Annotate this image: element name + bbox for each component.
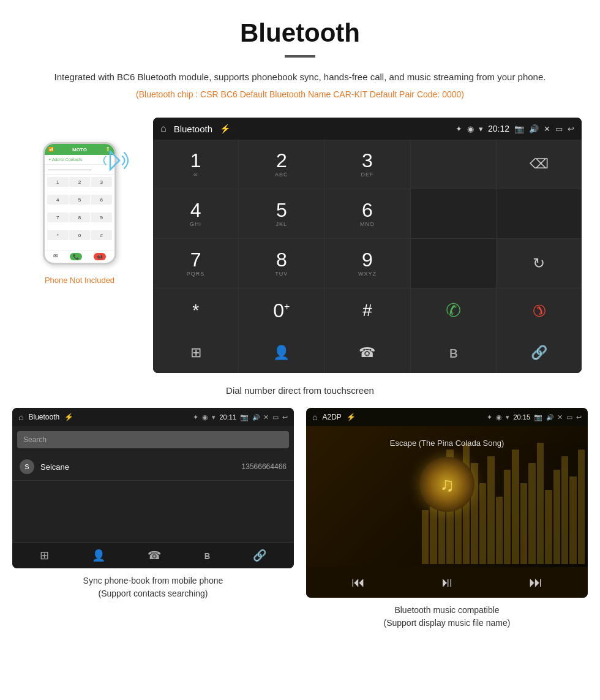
phone-key-5[interactable]: 5 [69,195,91,205]
music-usb-icon: ⚡ [347,413,356,421]
title-divider [285,55,315,58]
pb-status-title: Bluetooth [28,413,59,421]
pb-usb-icon: ⚡ [64,413,73,421]
pb-search-placeholder: Search [23,435,47,444]
music-wifi-icon: ▾ [506,413,509,421]
dial-key-5[interactable]: 5 JKL [239,189,324,238]
dial-key-0[interactable]: 0+ [239,288,324,332]
pb-bottom-person-icon[interactable]: 👤 [92,549,105,562]
dial-bottom-phone[interactable]: ☎ [324,332,410,373]
phone-key-2[interactable]: 2 [69,177,91,187]
phonebook-screen: ⌂ Bluetooth ⚡ ✦ ◉ ▾ 20:11 📷 🔊 ✕ ▭ ↩ Sea [12,408,294,568]
page-header: Bluetooth Integrated with BC6 Bluetooth … [0,0,600,118]
dial-key-9[interactable]: 9 WXYZ [324,239,410,288]
phone-section: 📶 MOTO 🔋 + Add to Contacts —————————— 1 … [12,118,147,285]
dial-status-bar: ⌂ Bluetooth ⚡ ✦ ◉ ▾ 20:12 📷 🔊 ✕ ▭ ↩ [153,118,582,140]
location-status-icon: ◉ [467,124,474,134]
phone-key-0[interactable]: 0 [69,230,91,240]
dial-bottom-bluetooth[interactable]: ʙ [411,332,496,373]
dial-bottom-dialpad[interactable]: ⊞ [153,332,238,373]
pb-cam-icon: 📷 [240,413,249,421]
dial-display-area [411,140,496,189]
music-album-art: ♫ [419,457,474,512]
dial-key-4[interactable]: 4 GHI [153,189,238,238]
music-status-title: A2DP [322,413,341,421]
phonebook-caption: Sync phone-book from mobile phone (Suppo… [83,574,223,600]
dial-backspace-cell[interactable]: ⌫ [497,140,582,189]
phone-key-7[interactable]: 7 [47,213,69,222]
phone-key-4[interactable]: 4 [47,195,69,205]
dial-key-6[interactable]: 6 MNO [324,189,410,238]
dial-call-red-cell[interactable]: ✆ [497,288,582,332]
pb-loc-icon: ◉ [202,413,208,421]
dial-call-green-cell[interactable]: ✆ [411,288,496,332]
pb-status-bar: ⌂ Bluetooth ⚡ ✦ ◉ ▾ 20:11 📷 🔊 ✕ ▭ ↩ [12,408,294,426]
camera-status-icon: 📷 [514,124,524,134]
pb-x-icon: ✕ [263,413,269,421]
home-icon: ⌂ [160,123,167,134]
dial-bottom-link[interactable]: 🔗 [497,332,582,373]
dial-empty-r3c4 [411,239,496,288]
music-caption: Bluetooth music compatible (Support disp… [384,604,511,630]
dialpad-bottom-row: ⊞ 👤 ☎ ʙ 🔗 [153,332,582,373]
phonebook-block: ⌂ Bluetooth ⚡ ✦ ◉ ▾ 20:11 📷 🔊 ✕ ▭ ↩ Sea [12,408,294,630]
main-content: 📶 MOTO 🔋 + Add to Contacts —————————— 1 … [0,118,600,373]
phone-call-button[interactable]: 📞 [70,253,82,260]
music-controls: ⏮ ⏯ ⏭ [306,567,588,598]
pb-back-icon: ↩ [282,413,288,421]
phone-key-6[interactable]: 6 [91,195,112,205]
music-screen-icon: ▭ [566,413,572,421]
pb-contact-row: S Seicane 13566664466 [12,453,294,481]
usb-icon: ⚡ [220,124,230,134]
phone-key-8[interactable]: 8 [69,213,91,222]
dial-key-7[interactable]: 7 PQRS [153,239,238,288]
phone-key-hash[interactable]: # [91,230,112,240]
dial-key-3[interactable]: 3 DEF [324,140,410,189]
phone-key-9[interactable]: 9 [91,213,112,222]
pb-bottom-phone-icon[interactable]: ☎ [148,549,161,562]
phone-bottom: ✉ 📞 📵 [45,250,114,263]
pb-bottom-bar: ⊞ 👤 ☎ ʙ 🔗 [12,542,294,568]
dial-section: ⌂ Bluetooth ⚡ ✦ ◉ ▾ 20:12 📷 🔊 ✕ ▭ ↩ [147,118,588,373]
music-body: Escape (The Pina Colada Song) ♫ [306,426,588,567]
phone-illustration: 📶 MOTO 🔋 + Add to Contacts —————————— 1 … [40,136,119,271]
dial-key-1[interactable]: 1 ∞ [153,140,238,189]
dial-status-title: Bluetooth [174,124,212,134]
pb-time: 20:11 [219,413,236,421]
pb-bt-icon: ✦ [193,413,198,421]
music-next-icon[interactable]: ⏭ [529,574,542,590]
bluetooth-signal-icon [101,145,129,181]
pb-contact-name: Seicane [40,462,242,472]
dial-bottom-contacts[interactable]: 👤 [239,332,324,373]
dial-key-hash[interactable]: # [324,288,410,332]
music-status-bar: ⌂ A2DP ⚡ ✦ ◉ ▾ 20:15 📷 🔊 ✕ ▭ ↩ [306,408,588,426]
music-song-title: Escape (The Pina Colada Song) [390,438,504,448]
phone-key-star[interactable]: * [47,230,69,240]
phone-end-button[interactable]: 📵 [94,253,106,260]
phone-dialpad: 1 2 3 4 5 6 7 8 9 * 0 # [45,175,114,250]
music-loc-icon: ◉ [496,413,502,421]
phone-key-1[interactable]: 1 [47,177,69,187]
pb-screen-icon: ▭ [272,413,279,421]
pb-contact-number: 13566664466 [242,462,287,471]
pb-bottom-bt-icon[interactable]: ʙ [204,549,210,562]
pb-wifi-icon: ▾ [212,413,216,421]
music-prev-icon[interactable]: ⏮ [351,574,365,590]
dial-key-2[interactable]: 2 ABC [239,140,324,189]
music-play-pause-icon[interactable]: ⏯ [440,574,454,590]
music-x-icon: ✕ [557,413,563,421]
page-title: Bluetooth [37,18,563,48]
dial-empty-r2c4 [411,189,496,238]
bottom-screenshots: ⌂ Bluetooth ⚡ ✦ ◉ ▾ 20:11 📷 🔊 ✕ ▭ ↩ Sea [0,408,600,630]
dial-refresh-cell[interactable]: ↻ [497,239,582,288]
music-bt-icon: ✦ [487,413,492,421]
dial-key-star[interactable]: * [153,288,238,332]
pb-search-bar[interactable]: Search [17,431,289,448]
back-status-icon: ↩ [568,124,574,134]
pb-bottom-link-icon[interactable]: 🔗 [253,549,266,562]
dial-key-8[interactable]: 8 TUV [239,239,324,288]
pb-bottom-dialpad-icon[interactable]: ⊞ [40,549,49,562]
pb-avatar: S [20,459,34,474]
music-home-icon: ⌂ [312,412,317,422]
music-vol-icon: 🔊 [546,414,553,421]
